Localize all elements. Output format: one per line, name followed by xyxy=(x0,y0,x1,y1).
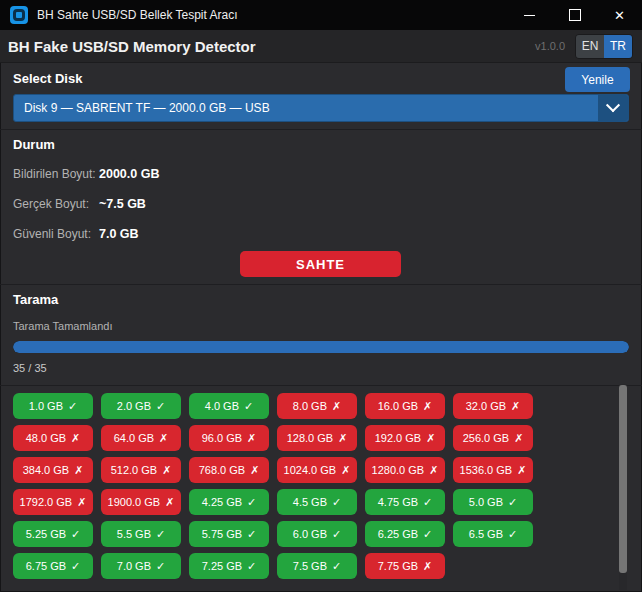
safe-size-value: 7.0 GB xyxy=(99,227,139,241)
chip-size-label: 32.0 GB xyxy=(466,400,506,412)
window-title: BH Sahte USB/SD Bellek Tespit Aracı xyxy=(37,8,507,22)
chip-size-label: 4.25 GB xyxy=(202,496,242,508)
scan-result-chip: 1.0 GB✓ xyxy=(13,393,93,419)
scan-result-chip: 384.0 GB✗ xyxy=(13,457,93,483)
chip-size-label: 5.0 GB xyxy=(469,496,503,508)
chip-size-label: 192.0 GB xyxy=(375,432,421,444)
cross-icon: ✗ xyxy=(517,464,526,477)
chip-size-label: 64.0 GB xyxy=(114,432,154,444)
chip-size-label: 6.75 GB xyxy=(26,560,66,572)
scan-result-chip: 1536.0 GB✗ xyxy=(453,457,533,483)
scan-result-chip: 256.0 GB✗ xyxy=(453,425,533,451)
check-icon: ✓ xyxy=(156,560,165,573)
check-icon: ✓ xyxy=(423,496,432,509)
reported-size-value: 2000.0 GB xyxy=(99,167,159,181)
scan-result-chip: 768.0 GB✗ xyxy=(189,457,269,483)
chip-size-label: 5.25 GB xyxy=(26,528,66,540)
scan-result-chip: 4.75 GB✓ xyxy=(365,489,445,515)
cross-icon: ✗ xyxy=(511,400,520,413)
chip-size-label: 1900.0 GB xyxy=(108,496,161,508)
scan-result-chip: 128.0 GB✗ xyxy=(277,425,357,451)
chip-size-label: 4.0 GB xyxy=(205,400,239,412)
check-icon: ✓ xyxy=(156,400,165,413)
chevron-down-icon xyxy=(606,98,620,112)
minimize-button[interactable] xyxy=(507,0,552,30)
cross-icon: ✗ xyxy=(341,464,350,477)
scan-result-chip: 32.0 GB✗ xyxy=(453,393,533,419)
cross-icon: ✗ xyxy=(159,432,168,445)
verdict-badge: SAHTE xyxy=(240,251,401,277)
scan-status-text: Tarama Tamamlandı xyxy=(13,320,112,332)
app-logo-icon xyxy=(10,6,28,24)
cross-icon: ✗ xyxy=(338,432,347,445)
chip-size-label: 8.0 GB xyxy=(293,400,327,412)
scan-result-chip: 5.25 GB✓ xyxy=(13,521,93,547)
check-icon: ✓ xyxy=(423,528,432,541)
app-title: BH Fake USB/SD Memory Detector xyxy=(8,38,535,55)
chip-size-label: 128.0 GB xyxy=(287,432,333,444)
scan-result-chip: 7.5 GB✓ xyxy=(277,553,357,579)
lang-button-en[interactable]: EN xyxy=(576,35,604,58)
scan-progress-bar xyxy=(13,341,629,353)
scan-results-grid: 1.0 GB✓2.0 GB✓4.0 GB✓8.0 GB✗16.0 GB✗32.0… xyxy=(13,393,533,579)
app-window: BH Sahte USB/SD Bellek Tespit Aracı ✕ BH… xyxy=(0,0,642,592)
chip-size-label: 16.0 GB xyxy=(378,400,418,412)
scrollbar-track[interactable] xyxy=(619,384,627,590)
status-row-reported: Bildirilen Boyut: 2000.0 GB xyxy=(13,167,159,181)
cross-icon: ✗ xyxy=(429,464,438,477)
close-button[interactable]: ✕ xyxy=(597,0,642,30)
cross-icon: ✗ xyxy=(332,400,341,413)
refresh-button[interactable]: Yenile xyxy=(565,67,630,92)
chip-size-label: 7.0 GB xyxy=(117,560,151,572)
scan-result-chip: 16.0 GB✗ xyxy=(365,393,445,419)
minimize-icon xyxy=(524,15,535,16)
scan-result-chip: 1792.0 GB✗ xyxy=(13,489,93,515)
scan-result-chip: 48.0 GB✗ xyxy=(13,425,93,451)
cross-icon: ✗ xyxy=(71,432,80,445)
language-switcher: EN TR xyxy=(575,34,633,59)
disk-select[interactable]: Disk 9 — SABRENT TF — 2000.0 GB — USB xyxy=(13,94,629,122)
scan-result-chip: 1900.0 GB✗ xyxy=(101,489,181,515)
cross-icon: ✗ xyxy=(423,560,432,573)
chip-size-label: 1.0 GB xyxy=(29,400,63,412)
separator xyxy=(0,284,642,285)
cross-icon: ✗ xyxy=(165,496,174,509)
status-row-safe: Güvenli Boyut: 7.0 GB xyxy=(13,227,139,241)
scan-result-chip: 6.0 GB✓ xyxy=(277,521,357,547)
scan-result-chip: 4.25 GB✓ xyxy=(189,489,269,515)
scan-progress-fill xyxy=(13,341,629,353)
chip-size-label: 5.5 GB xyxy=(117,528,151,540)
chip-size-label: 7.75 GB xyxy=(378,560,418,572)
chip-size-label: 96.0 GB xyxy=(202,432,242,444)
separator xyxy=(0,385,642,386)
real-size-label: Gerçek Boyut: xyxy=(13,197,99,211)
cross-icon: ✗ xyxy=(423,400,432,413)
check-icon: ✓ xyxy=(156,528,165,541)
scan-result-chip: 6.5 GB✓ xyxy=(453,521,533,547)
maximize-button[interactable] xyxy=(552,0,597,30)
lang-button-tr[interactable]: TR xyxy=(604,35,632,58)
scan-result-chip: 5.0 GB✓ xyxy=(453,489,533,515)
chip-size-label: 1024.0 GB xyxy=(284,464,337,476)
check-icon: ✓ xyxy=(247,528,256,541)
scan-result-chip: 5.75 GB✓ xyxy=(189,521,269,547)
check-icon: ✓ xyxy=(247,560,256,573)
title-bar[interactable]: BH Sahte USB/SD Bellek Tespit Aracı ✕ xyxy=(0,0,642,30)
chip-size-label: 256.0 GB xyxy=(463,432,509,444)
scan-result-chip: 512.0 GB✗ xyxy=(101,457,181,483)
scan-result-chip: 5.5 GB✓ xyxy=(101,521,181,547)
chip-size-label: 1280.0 GB xyxy=(372,464,425,476)
status-heading: Durum xyxy=(13,137,55,152)
chip-size-label: 6.5 GB xyxy=(469,528,503,540)
scrollbar-thumb[interactable] xyxy=(619,385,627,573)
disk-select-value: Disk 9 — SABRENT TF — 2000.0 GB — USB xyxy=(24,101,598,115)
check-icon: ✓ xyxy=(71,528,80,541)
chip-size-label: 768.0 GB xyxy=(199,464,245,476)
scan-result-chip: 192.0 GB✗ xyxy=(365,425,445,451)
scan-result-chip: 6.25 GB✓ xyxy=(365,521,445,547)
chip-size-label: 4.5 GB xyxy=(293,496,327,508)
safe-size-label: Güvenli Boyut: xyxy=(13,227,99,241)
chip-size-label: 1792.0 GB xyxy=(20,496,73,508)
scan-result-chip: 2.0 GB✓ xyxy=(101,393,181,419)
scan-result-chip: 1280.0 GB✗ xyxy=(365,457,445,483)
